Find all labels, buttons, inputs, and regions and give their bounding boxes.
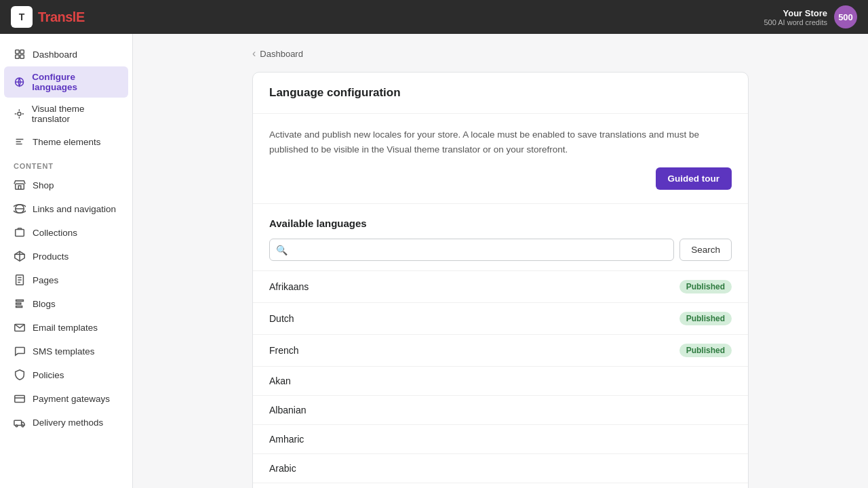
- breadcrumb-arrow: ‹: [252, 47, 256, 60]
- sidebar-label-delivery-methods: Delivery methods: [33, 418, 103, 428]
- list-item[interactable]: Albanian: [253, 395, 748, 424]
- sidebar-label-links: Links and navigation: [33, 204, 116, 214]
- sidebar-item-collections[interactable]: Collections: [4, 221, 128, 244]
- sidebar-item-delivery-methods[interactable]: Delivery methods: [4, 411, 128, 434]
- sidebar-item-email-templates[interactable]: Email templates: [4, 316, 128, 339]
- language-name: Dutch: [269, 313, 294, 324]
- sidebar-item-theme-elements[interactable]: Theme elements: [4, 130, 128, 153]
- sidebar-label-pages: Pages: [33, 275, 58, 285]
- sidebar-item-payment-gateways[interactable]: Payment gateways: [4, 387, 128, 410]
- language-name: Arabic: [269, 463, 296, 474]
- sidebar-label-products: Products: [33, 251, 68, 262]
- sms-icon: [14, 345, 26, 357]
- list-item[interactable]: Arabic: [253, 453, 748, 483]
- card-header-section: Language configuration: [253, 73, 748, 114]
- list-item[interactable]: AfrikaansPublished: [253, 270, 748, 302]
- sidebar: Dashboard Configure languages Visual the…: [0, 34, 133, 488]
- sidebar-label-email-templates: Email templates: [33, 323, 98, 333]
- language-config-card: Language configuration Activate and publ…: [252, 72, 749, 488]
- sidebar-item-sms-templates[interactable]: SMS templates: [4, 340, 128, 363]
- search-input-wrap: 🔍: [269, 239, 674, 261]
- language-name: Akan: [269, 375, 291, 386]
- store-info: Your Store 500 AI word credits: [764, 8, 827, 26]
- sidebar-label-blogs: Blogs: [33, 299, 56, 309]
- top-navbar: T TranslE Your Store 500 AI word credits…: [0, 0, 868, 34]
- collections-icon: [14, 226, 26, 239]
- shop-icon: [14, 179, 26, 191]
- list-item[interactable]: FrenchPublished: [253, 334, 748, 366]
- sidebar-label-configure-languages: Configure languages: [32, 72, 119, 92]
- sidebar-item-policies[interactable]: Policies: [4, 363, 128, 386]
- avatar[interactable]: 500: [834, 5, 857, 28]
- guided-tour-row: Guided tour: [269, 167, 732, 190]
- policies-icon: [14, 369, 26, 381]
- guided-tour-button[interactable]: Guided tour: [656, 167, 732, 190]
- search-icon: 🔍: [276, 245, 288, 256]
- svg-rect-6: [16, 184, 24, 189]
- sidebar-label-theme-elements: Theme elements: [33, 137, 101, 147]
- sidebar-label-sms-templates: SMS templates: [33, 346, 95, 357]
- main-content: ‹ Dashboard Language configuration Activ…: [133, 34, 868, 488]
- svg-point-5: [18, 112, 21, 115]
- visual-theme-icon: [14, 108, 25, 120]
- page-title: Language configuration: [269, 86, 732, 100]
- search-button[interactable]: Search: [679, 239, 732, 261]
- svg-rect-3: [20, 55, 24, 58]
- sidebar-item-blogs[interactable]: Blogs: [4, 292, 128, 315]
- topnav-right: Your Store 500 AI word credits 500: [764, 5, 857, 28]
- list-item[interactable]: Armenian: [253, 483, 748, 488]
- status-badge: Published: [679, 280, 732, 293]
- store-credits: 500 AI word credits: [764, 18, 827, 26]
- sidebar-label-shop: Shop: [33, 180, 54, 190]
- products-icon: [14, 250, 26, 262]
- configure-languages-icon: [14, 76, 25, 88]
- language-list: AfrikaansPublishedDutchPublishedFrenchPu…: [253, 270, 748, 488]
- sidebar-item-pages[interactable]: Pages: [4, 268, 128, 291]
- sidebar-label-payment-gateways: Payment gateways: [33, 394, 110, 404]
- svg-rect-2: [16, 55, 19, 58]
- breadcrumb-link[interactable]: Dashboard: [260, 49, 303, 59]
- list-item[interactable]: Amharic: [253, 424, 748, 453]
- sidebar-item-links-and-navigation[interactable]: Links and navigation: [4, 197, 128, 220]
- app-logo[interactable]: T TranslE: [11, 6, 85, 28]
- email-icon: [14, 321, 26, 333]
- card-description-section: Activate and publish new locales for you…: [253, 114, 748, 204]
- store-name: Your Store: [764, 8, 827, 18]
- status-badge: Published: [679, 344, 732, 357]
- sidebar-label-collections: Collections: [33, 228, 77, 238]
- dashboard-icon: [14, 48, 26, 60]
- pages-icon: [14, 274, 26, 286]
- sidebar-item-dashboard[interactable]: Dashboard: [4, 43, 128, 66]
- language-name: French: [269, 345, 299, 356]
- card-description: Activate and publish new locales for you…: [269, 127, 732, 157]
- svg-point-16: [16, 425, 18, 427]
- language-name: Afrikaans: [269, 281, 309, 292]
- sidebar-label-dashboard: Dashboard: [33, 49, 77, 60]
- list-item[interactable]: DutchPublished: [253, 302, 748, 334]
- theme-elements-icon: [14, 136, 26, 148]
- sidebar-item-visual-theme-translator[interactable]: Visual theme translator: [4, 98, 128, 129]
- svg-rect-0: [16, 50, 19, 54]
- search-row: 🔍 Search: [253, 239, 748, 270]
- delivery-icon: [14, 416, 26, 428]
- search-input[interactable]: [269, 239, 674, 261]
- available-languages-section: Available languages 🔍 Search AfrikaansPu…: [253, 204, 748, 488]
- logo-text: TranslE: [38, 9, 85, 25]
- svg-point-17: [22, 425, 24, 427]
- svg-rect-14: [15, 396, 24, 403]
- breadcrumb: ‹ Dashboard: [252, 47, 749, 60]
- blogs-icon: [14, 298, 26, 310]
- language-name: Amharic: [269, 434, 304, 445]
- available-languages-title: Available languages: [253, 204, 748, 239]
- sidebar-item-products[interactable]: Products: [4, 245, 128, 268]
- links-icon: [14, 203, 26, 215]
- sidebar-item-shop[interactable]: Shop: [4, 174, 128, 197]
- list-item[interactable]: Akan: [253, 366, 748, 395]
- sidebar-label-visual-theme: Visual theme translator: [32, 104, 119, 124]
- sidebar-item-configure-languages[interactable]: Configure languages: [4, 66, 128, 98]
- logo-icon: T: [11, 6, 33, 28]
- sidebar-label-policies: Policies: [33, 370, 64, 380]
- svg-rect-1: [20, 50, 24, 54]
- payment-icon: [14, 392, 26, 405]
- language-name: Albanian: [269, 405, 307, 415]
